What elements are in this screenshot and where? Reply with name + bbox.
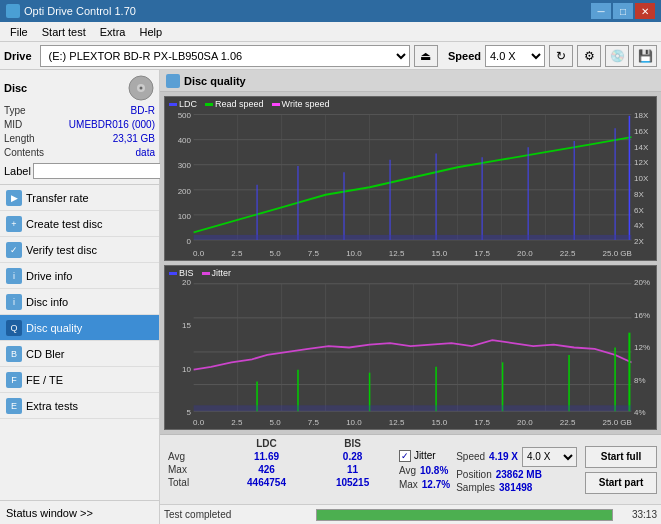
disc-header-label: Disc <box>4 82 27 94</box>
menu-help[interactable]: Help <box>133 25 168 39</box>
nav-item-fe-te[interactable]: F FE / TE <box>0 367 159 393</box>
settings-button[interactable]: ⚙ <box>577 45 601 67</box>
stats-avg-label: Avg <box>164 450 221 463</box>
jitter-max: 12.7% <box>422 479 450 490</box>
stats-max-ldc: 426 <box>221 463 312 476</box>
disc-button[interactable]: 💿 <box>605 45 629 67</box>
disc-length-key: Length <box>4 132 35 146</box>
start-part-button[interactable]: Start part <box>585 472 657 494</box>
sidebar: Disc Type BD-R MID UMEBDR016 (000) Lengt… <box>0 70 160 524</box>
legend-ldc-label: LDC <box>179 99 197 109</box>
content-title: Disc quality <box>184 75 246 87</box>
disc-label-input[interactable] <box>33 163 166 179</box>
speed-dropdown[interactable]: 4.0 X <box>522 447 577 467</box>
stats-total-bis: 105215 <box>312 476 393 489</box>
position-key: Position <box>456 469 492 480</box>
progress-bar <box>316 509 613 521</box>
disc-quality-icon: Q <box>6 320 22 336</box>
nav-item-disc-info[interactable]: i Disc info <box>0 289 159 315</box>
content-header: Disc quality <box>160 70 661 92</box>
nav-item-create-test-disc[interactable]: + Create test disc <box>0 211 159 237</box>
nav-label-cd-bler: CD Bler <box>26 348 65 360</box>
stats-avg-bis: 0.28 <box>312 450 393 463</box>
legend-bis-label: BIS <box>179 268 194 278</box>
disc-info-icon: i <box>6 294 22 310</box>
chart1-svg <box>165 97 656 260</box>
disc-length-val: 23,31 GB <box>113 132 155 146</box>
stats-avg-label2: Avg <box>399 465 416 476</box>
save-button[interactable]: 💾 <box>633 45 657 67</box>
progress-fill <box>317 510 612 520</box>
svg-rect-51 <box>194 405 632 411</box>
jitter-label: Jitter <box>414 450 436 461</box>
disc-contents-key: Contents <box>4 146 44 160</box>
nav-item-transfer-rate[interactable]: ▶ Transfer rate <box>0 185 159 211</box>
legend-read-speed: Read speed <box>205 99 264 109</box>
nav-item-cd-bler[interactable]: B CD Bler <box>0 341 159 367</box>
legend-jitter-label: Jitter <box>212 268 232 278</box>
legend-jitter-dot <box>202 272 210 275</box>
speed-key: Speed <box>456 451 485 462</box>
chart2-x-axis: 0.0 2.5 5.0 7.5 10.0 12.5 15.0 17.5 20.0… <box>193 418 632 427</box>
transfer-rate-icon: ▶ <box>6 190 22 206</box>
maximize-button[interactable]: □ <box>613 3 633 19</box>
svg-point-2 <box>140 87 143 90</box>
jitter-section: ✓ Jitter Avg 10.8% Max 12.7% <box>397 435 452 504</box>
nav-item-disc-quality[interactable]: Q Disc quality <box>0 315 159 341</box>
disc-type-val: BD-R <box>131 104 155 118</box>
cd-bler-icon: B <box>6 346 22 362</box>
create-test-disc-icon: + <box>6 216 22 232</box>
status-window-label: Status window >> <box>6 507 93 519</box>
legend-ldc-dot <box>169 103 177 106</box>
stats-total-label: Total <box>164 476 221 489</box>
nav-label-disc-quality: Disc quality <box>26 322 82 334</box>
disc-type-key: Type <box>4 104 26 118</box>
minimize-button[interactable]: ─ <box>591 3 611 19</box>
speed-val: 4.19 X <box>489 451 518 462</box>
svg-rect-28 <box>194 235 632 240</box>
app-icon <box>6 4 20 18</box>
chart-ldc: LDC Read speed Write speed 500 400 30 <box>164 96 657 261</box>
menu-extra[interactable]: Extra <box>94 25 132 39</box>
nav-label-disc-info: Disc info <box>26 296 68 308</box>
menu-file[interactable]: File <box>4 25 34 39</box>
app-title: Opti Drive Control 1.70 <box>24 5 136 17</box>
legend-jitter: Jitter <box>202 268 232 278</box>
fe-te-icon: F <box>6 372 22 388</box>
nav-label-fe-te: FE / TE <box>26 374 63 386</box>
drive-info-icon: i <box>6 268 22 284</box>
samples-key: Samples <box>456 482 495 493</box>
speed-label: Speed <box>448 50 481 62</box>
position-val: 23862 MB <box>496 469 542 480</box>
stats-bis-header: BIS <box>312 437 393 450</box>
drive-select[interactable]: (E:) PLEXTOR BD-R PX-LB950SA 1.06 <box>40 45 410 67</box>
chart1-legend: LDC Read speed Write speed <box>169 99 329 109</box>
nav-item-verify-test-disc[interactable]: ✓ Verify test disc <box>0 237 159 263</box>
jitter-checkbox[interactable]: ✓ <box>399 450 411 462</box>
verify-test-disc-icon: ✓ <box>6 242 22 258</box>
samples-val: 381498 <box>499 482 532 493</box>
charts-area: LDC Read speed Write speed 500 400 30 <box>160 92 661 434</box>
speed-select[interactable]: 4.0 X <box>485 45 545 67</box>
nav-label-drive-info: Drive info <box>26 270 72 282</box>
window-controls: ─ □ ✕ <box>591 3 655 19</box>
nav-item-drive-info[interactable]: i Drive info <box>0 263 159 289</box>
start-full-button[interactable]: Start full <box>585 446 657 468</box>
refresh-button[interactable]: ↻ <box>549 45 573 67</box>
stats-ldc-header: LDC <box>221 437 312 450</box>
nav-item-extra-tests[interactable]: E Extra tests <box>0 393 159 419</box>
legend-bis: BIS <box>169 268 194 278</box>
stats-total-ldc: 4464754 <box>221 476 312 489</box>
chart2-svg <box>165 266 656 429</box>
speed-position-section: Speed 4.19 X 4.0 X Position 23862 MB Sam… <box>452 435 581 504</box>
legend-read-label: Read speed <box>215 99 264 109</box>
nav-label-create-test-disc: Create test disc <box>26 218 102 230</box>
menu-start-test[interactable]: Start test <box>36 25 92 39</box>
legend-bis-dot <box>169 272 177 275</box>
status-window-button[interactable]: Status window >> <box>0 500 159 524</box>
disc-mid-val: UMEBDR016 (000) <box>69 118 155 132</box>
stats-bar: LDC BIS Avg 11.69 0.28 Max 426 11 Tota <box>160 434 661 504</box>
close-button[interactable]: ✕ <box>635 3 655 19</box>
eject-button[interactable]: ⏏ <box>414 45 438 67</box>
disc-contents-val: data <box>136 146 155 160</box>
